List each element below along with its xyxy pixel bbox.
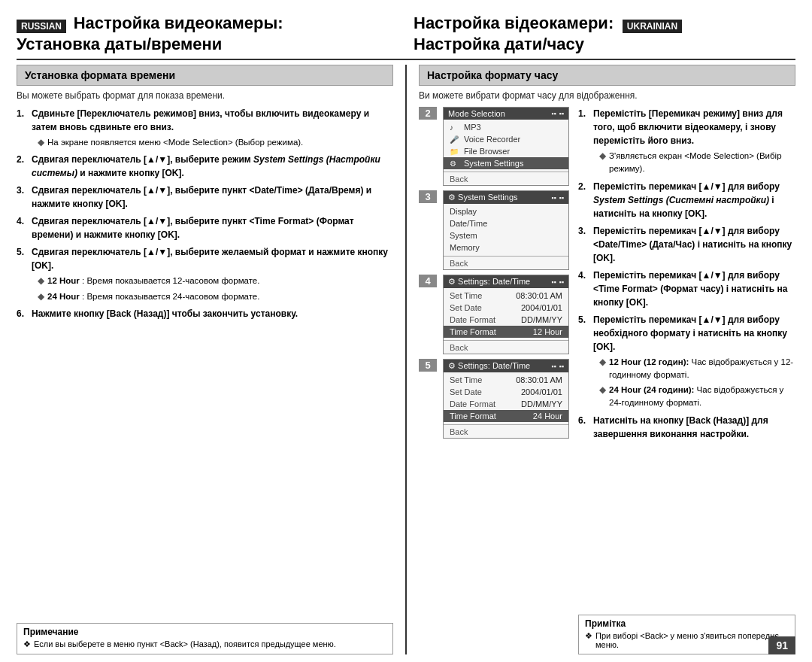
- right-intro: Ви можете вибрати формат часу для відобр…: [419, 90, 795, 101]
- screen-dt5-title: ⚙ Settings: Date/Time: [448, 361, 530, 371]
- battery-icon: ▪▪: [551, 110, 556, 117]
- screen-item-browser: 📁File Browser: [444, 145, 568, 157]
- step-content-2: Сдвигая переключатель [▲/▼], выберите ре…: [32, 153, 393, 180]
- screen-sys-title: ⚙ System Settings: [448, 193, 518, 202]
- russian-badge: RUSSIAN: [17, 20, 66, 33]
- step-1-subbullet: ◆ На экране появляется меню <Mode Select…: [38, 136, 393, 149]
- page-header: RUSSIAN Настройка видеокамеры: Установка…: [17, 14, 795, 54]
- screen-mode-selection: Mode Selection ▪▪ ▪▪ ♪MP3 🎤Voice Recorde…: [443, 107, 569, 186]
- screen-5-wrapper: 5 ⚙ Settings: Date/Time ▪▪ ▪▪ Set Time08: [419, 359, 569, 439]
- r-step-content-4: Перемістіть перемикач [▲/▼] для вибору <…: [593, 269, 795, 309]
- left-step-2: 2. Сдвигая переключатель [▲/▼], выберите…: [17, 153, 393, 180]
- screen-system-settings: ⚙ System Settings ▪▪ ▪▪ Display Date/Tim…: [443, 190, 569, 270]
- r-step-content-6: Натисніть на кнопку [Back (Назад)] для з…: [593, 414, 795, 441]
- r-step-num-6: 6.: [578, 414, 590, 441]
- signal-icon: ▪▪: [559, 110, 564, 117]
- left-step-1: 1. Сдвиньте [Переключатель режимов] вниз…: [17, 107, 393, 149]
- right-note-label: Примітка: [585, 618, 789, 629]
- screen-sys-header: ⚙ System Settings ▪▪ ▪▪: [444, 191, 568, 204]
- signal-icon4: ▪▪: [559, 363, 564, 370]
- screen-dt4-body: Set Time08:30:01 AM Set Date2004/01/01 D…: [444, 288, 568, 339]
- mic-icon: 🎤: [450, 135, 460, 144]
- r-step-5-sub2: ◆ 24 Hour (24 години): Час відображуєтьс…: [599, 384, 795, 410]
- left-step-3: 3. Сдвигая переключатель [▲/▼], выберите…: [17, 184, 393, 211]
- step-num-3: 3.: [17, 184, 29, 211]
- screen-mode-icons: ▪▪ ▪▪: [551, 110, 564, 117]
- screen-back-3: Back: [444, 342, 568, 354]
- screen-item-memory: Memory: [444, 241, 568, 254]
- battery-icon2: ▪▪: [551, 194, 556, 202]
- folder-icon: 📁: [450, 147, 460, 156]
- signal-icon3: ▪▪: [559, 278, 564, 286]
- screen-badge-3: 3: [419, 190, 437, 203]
- main-divider: [17, 59, 795, 60]
- right-note-text: При виборі <Back> у меню з'явиться попер…: [595, 631, 789, 649]
- right-column: Настройка формату часу Ви можете вибрати…: [414, 65, 795, 654]
- screen-mode-body: ♪MP3 🎤Voice Recorder 📁File Browser ⚙Syst…: [444, 120, 568, 171]
- screen-mode-title: Mode Selection: [448, 109, 505, 118]
- left-step-6: 6. Нажмите кнопку [Back (Назад)] чтобы з…: [17, 307, 393, 320]
- step-content-4: Сдвигая переключатель [▲/▼], выберите пу…: [32, 214, 393, 241]
- row-setdate-4: Set Date2004/01/01: [444, 302, 568, 314]
- r-step-content-2: Перемістіть перемикач [▲/▼] для вибору S…: [593, 180, 795, 220]
- step-5-sub1: ◆ 12 Hour : Время показывается 12-часово…: [38, 275, 393, 287]
- header-right: Настройка відеокамери: UKRAINIAN Настрой…: [406, 14, 795, 54]
- screen-datetime-24: ⚙ Settings: Date/Time ▪▪ ▪▪ Set Time08:3…: [443, 359, 569, 439]
- right-step-1: 1. Перемістіть [Перемикач режиму] вниз д…: [578, 107, 795, 176]
- right-steps: 1. Перемістіть [Перемикач режиму] вниз д…: [578, 107, 795, 445]
- right-step-6: 6. Натисніть на кнопку [Back (Назад)] дл…: [578, 414, 795, 441]
- left-step-4: 4. Сдвигая переключатель [▲/▼], выберите…: [17, 214, 393, 241]
- screen-item-display: Display: [444, 205, 568, 217]
- right-step-3: 3. Перемістіть перемикач [▲/▼] для вибор…: [578, 224, 795, 265]
- gear-icon: ⚙: [450, 159, 460, 168]
- r-step-content-5: Перемістіть перемикач [▲/▼] для вибору н…: [593, 313, 795, 410]
- right-steps-col: 1. Перемістіть [Перемикач режиму] вниз д…: [569, 107, 795, 654]
- screen-sep-1: [444, 172, 568, 172]
- screen-badge-2: 2: [419, 107, 437, 120]
- left-steps: 1. Сдвиньте [Переключатель режимов] вниз…: [17, 107, 393, 324]
- step-num-6: 6.: [17, 307, 29, 320]
- right-note-item: ❖ При виборі <Back> у меню з'явиться поп…: [585, 631, 789, 649]
- left-section-header: Установка формата времени: [17, 65, 393, 86]
- screen-sys-body: Display Date/Time System Memory: [444, 204, 568, 255]
- row-setdate-5: Set Date2004/01/01: [444, 386, 568, 398]
- screen-badge-4: 4: [419, 275, 437, 287]
- r-step-num-2: 2.: [578, 180, 590, 220]
- signal-icon2: ▪▪: [559, 194, 564, 202]
- right-step-2: 2. Перемістіть перемикач [▲/▼] для вибор…: [578, 180, 795, 220]
- right-step-5: 5. Перемістіть перемикач [▲/▼] для вибор…: [578, 313, 795, 410]
- vertical-divider: [405, 65, 407, 654]
- header-left: RUSSIAN Настройка видеокамеры: Установка…: [17, 14, 406, 54]
- r-step-num-3: 3.: [578, 224, 590, 265]
- right-main-title: Настройка відеокамери:: [414, 14, 614, 32]
- screen-dt4-icons: ▪▪ ▪▪: [551, 278, 564, 286]
- step-5-sub2: ◆ 24 Hour : Время показывается 24-часово…: [38, 290, 393, 303]
- r-step-content-3: Перемістіть перемикач [▲/▼] для вибору <…: [593, 224, 795, 265]
- screen-3-wrapper: 3 ⚙ System Settings ▪▪ ▪▪ Display: [419, 190, 569, 270]
- screen-dt5-body: Set Time08:30:01 AM Set Date2004/01/01 D…: [444, 372, 568, 424]
- r-step-1-sub: ◆ З'являється екран <Mode Selection> (Ви…: [599, 150, 795, 176]
- screen-back-1: Back: [444, 173, 568, 185]
- battery-icon4: ▪▪: [551, 363, 556, 370]
- screen-sep-4: [444, 424, 568, 425]
- screen-item-voice: 🎤Voice Recorder: [444, 133, 568, 145]
- screen-sep-3: [444, 340, 568, 341]
- left-note-text: Если вы выберете в меню пункт <Back> (На…: [34, 639, 336, 649]
- screen-item-mp3: ♪MP3: [444, 121, 568, 133]
- screen-mode-header: Mode Selection ▪▪ ▪▪: [444, 108, 568, 120]
- right-step-4: 4. Перемістіть перемикач [▲/▼] для вибор…: [578, 269, 795, 309]
- r-step-num-5: 5.: [578, 313, 590, 410]
- right-note-box: Примітка ❖ При виборі <Back> у меню з'яв…: [578, 615, 795, 654]
- step-content-1: Сдвиньте [Переключатель режимов] вниз, ч…: [32, 107, 393, 149]
- screen-badge-5: 5: [419, 359, 437, 372]
- screen-back-4: Back: [444, 426, 568, 438]
- screen-2-wrapper: 2 Mode Selection ▪▪ ▪▪ ♪MP3: [419, 107, 569, 186]
- row-settime-5: Set Time08:30:01 AM: [444, 374, 568, 386]
- row-timefmt-5: Time Format24 Hour: [444, 410, 568, 422]
- screens-column: 2 Mode Selection ▪▪ ▪▪ ♪MP3: [419, 107, 569, 654]
- r-step-content-1: Перемістіть [Перемикач режиму] вниз для …: [593, 107, 795, 176]
- step-content-5: Сдвигая переключатель [▲/▼], выберите же…: [32, 245, 393, 303]
- left-main-title: Настройка видеокамеры:: [74, 14, 283, 32]
- right-inner: 2 Mode Selection ▪▪ ▪▪ ♪MP3: [419, 107, 795, 654]
- screen-datetime-12: ⚙ Settings: Date/Time ▪▪ ▪▪ Set Time08:3…: [443, 275, 569, 354]
